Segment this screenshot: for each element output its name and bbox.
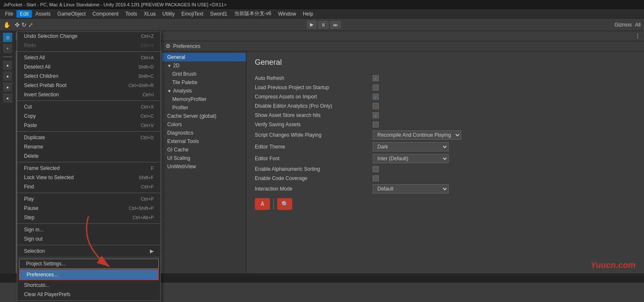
menu-invert-selection[interactable]: Invert Selection Ctrl+I: [17, 90, 160, 99]
menu-step[interactable]: Step Ctrl+Alt+P: [17, 213, 160, 222]
menu-utility[interactable]: Utility: [159, 10, 178, 18]
menu-sign-in[interactable]: Sign in...: [17, 225, 160, 234]
pref-checkbox-auto-refresh[interactable]: [373, 75, 379, 81]
left-icon-3[interactable]: ●: [3, 72, 12, 81]
pref-checkbox-compress-assets[interactable]: [373, 94, 379, 100]
pref-sidebar-memory-profiler[interactable]: MemoryProfiler: [162, 95, 246, 103]
pref-row-interaction-mode: Interaction Mode Default: [255, 183, 636, 195]
menu-preferences[interactable]: Preferences...: [19, 269, 159, 280]
menu-window[interactable]: Window: [275, 10, 299, 18]
pref-sidebar-cache-server[interactable]: Cache Server (global): [162, 112, 246, 120]
pref-icon-buttons-row: Ａ 🔍: [255, 198, 636, 210]
pref-sidebar-profiler[interactable]: Profiler: [162, 103, 246, 112]
pref-checkbox-code-coverage[interactable]: [373, 175, 379, 181]
menu-redo: Redo Ctrl+Y: [17, 41, 160, 50]
menu-component[interactable]: Component: [89, 10, 122, 18]
menu-select-all[interactable]: Select All Ctrl+A: [17, 53, 160, 62]
pref-row-editor-theme: Editor Theme Dark: [255, 141, 636, 153]
pref-dropdown-script-changes[interactable]: Recompile And Continue Playing: [373, 130, 461, 140]
menu-tools[interactable]: Tools: [122, 10, 140, 18]
hierarchy-toggle[interactable]: ☰: [3, 33, 12, 42]
step-button[interactable]: ⏭: [330, 21, 341, 29]
rotate-tool[interactable]: ↻: [21, 21, 27, 28]
pref-sidebar-ui-scaling[interactable]: UI Scaling: [162, 154, 246, 162]
pref-sidebar-tile-palette[interactable]: Tile Palette: [162, 78, 246, 87]
menu-shortcuts[interactable]: Shortcuts...: [17, 281, 160, 290]
pref-sidebar-gi-cache[interactable]: GI Cache: [162, 146, 246, 154]
menu-selection[interactable]: Selection ▶: [17, 246, 160, 256]
pref-label-interaction-mode: Interaction Mode: [255, 186, 373, 192]
menu-paste[interactable]: Paste Ctrl+V: [17, 121, 160, 130]
left-icon-5[interactable]: ●: [3, 93, 12, 103]
pref-dropdown-editor-font[interactable]: Inter (Default): [373, 154, 449, 163]
pref-row-show-store-hits: Show Asset Store search hits: [255, 111, 636, 120]
watermark: Yuucn.com: [591, 260, 636, 270]
menu-assets[interactable]: Assets: [32, 10, 54, 18]
pref-checkbox-show-store-hits[interactable]: [373, 112, 379, 118]
pref-sidebar-general[interactable]: General: [162, 53, 246, 61]
pref-dropdown-editor-theme[interactable]: Dark: [373, 142, 449, 151]
pref-label-editor-theme: Editor Theme: [255, 144, 373, 150]
gizmos-label: Gizmos: [615, 22, 632, 28]
menu-help[interactable]: Help: [299, 10, 317, 18]
menu-delete[interactable]: Delete: [17, 151, 160, 161]
menu-sword1[interactable]: Sword1: [207, 10, 231, 18]
left-icon-4[interactable]: ●: [3, 82, 12, 92]
pref-row-disable-analytics: Disable Editor Analytics (Pro Only): [255, 101, 636, 111]
pref-sidebar-colors[interactable]: Colors: [162, 120, 246, 129]
menu-cut[interactable]: Cut Ctrl+X: [17, 102, 160, 111]
title-bar: JxPocket - Start - PC, Mac & Linux Stand…: [0, 0, 644, 9]
pause-button[interactable]: ⏸: [318, 21, 329, 29]
tab-options-icon[interactable]: ⋮: [631, 31, 644, 41]
play-button[interactable]: ▶: [307, 21, 316, 29]
menu-find[interactable]: Find Ctrl+F: [17, 182, 160, 191]
menu-duplicate[interactable]: Duplicate Ctrl+D: [17, 133, 160, 142]
pref-sidebar-diagnostics[interactable]: Diagnostics: [162, 129, 246, 137]
menu-select-prefab-root[interactable]: Select Prefab Root Ctrl+Shift+R: [17, 81, 160, 90]
pref-checkbox-verify-saving[interactable]: [373, 122, 379, 127]
menu-copy[interactable]: Copy Ctrl+C: [17, 111, 160, 121]
pref-checkbox-alphanumeric-sort[interactable]: [373, 166, 379, 172]
menu-sign-out[interactable]: Sign out: [17, 234, 160, 244]
menu-edit[interactable]: Edit: [16, 10, 32, 18]
menu-clear-playerprefs[interactable]: Clear All PlayerPrefs: [17, 290, 160, 299]
pref-label-load-previous: Load Previous Project on Startup: [255, 85, 373, 90]
menu-pause[interactable]: Pause Ctrl+Shift+P: [17, 204, 160, 213]
pref-sidebar-analysis[interactable]: ▼Analysis: [162, 87, 246, 95]
pref-icon-button-1[interactable]: Ａ: [255, 198, 270, 210]
preferences-titlebar: ⚙ Preferences: [162, 41, 644, 51]
left-icon-2[interactable]: ●: [3, 61, 12, 70]
menu-gameobject[interactable]: GameObject: [54, 10, 89, 18]
menu-select-children[interactable]: Select Children Shift+C: [17, 72, 160, 81]
menu-xlua[interactable]: XLua: [140, 10, 159, 18]
menu-file[interactable]: File: [2, 10, 16, 18]
pref-row-verify-saving: Verify Saving Assets: [255, 120, 636, 129]
menu-deselect-all[interactable]: Deselect All Shift+D: [17, 62, 160, 72]
pref-row-editor-font: Editor Font Inter (Default): [255, 153, 636, 164]
menu-emojitext[interactable]: EmojiText: [178, 10, 207, 18]
pref-label-show-store-hits: Show Asset Store search hits: [255, 112, 373, 118]
pref-dropdown-interaction-mode[interactable]: Default: [373, 184, 449, 193]
menu-play[interactable]: Play Ctrl+P: [17, 194, 160, 204]
pref-sidebar-uniwebview[interactable]: UniWebView: [162, 162, 246, 171]
left-icon-1[interactable]: +: [3, 44, 12, 53]
menu-lock-view[interactable]: Lock View to Selected Shift+F: [17, 173, 160, 182]
menu-rename[interactable]: Rename: [17, 142, 160, 151]
scale-tool[interactable]: ⤢: [28, 21, 33, 28]
pref-label-verify-saving: Verify Saving Assets: [255, 122, 373, 127]
pref-label-alphanumeric-sort: Enable Alphanumeric Sorting: [255, 166, 373, 172]
pref-sidebar-2d[interactable]: ▼2D: [162, 61, 246, 70]
menu-frame-selected[interactable]: Frame Selected F: [17, 164, 160, 173]
title-text: JxPocket - Start - PC, Mac & Linux Stand…: [3, 2, 227, 7]
pref-icon-button-2[interactable]: 🔍: [277, 198, 292, 210]
move-tool[interactable]: ✜: [15, 21, 20, 28]
menu-undo[interactable]: Undo Selection Change Ctrl+Z: [17, 32, 160, 41]
pref-sidebar-external-tools[interactable]: External Tools: [162, 137, 246, 146]
toolbar: ✋ ✜ ↻ ⤢ ▶ ⏸ ⏭ Gizmos All: [0, 19, 644, 31]
pref-checkbox-load-previous[interactable]: [373, 85, 379, 90]
pref-sidebar-grid-brush[interactable]: Grid Brush: [162, 70, 246, 78]
menu-branch[interactable]: 当前版本分支-v6: [231, 9, 275, 18]
pref-checkbox-disable-analytics[interactable]: [373, 103, 379, 109]
hand-icon[interactable]: ✋: [3, 21, 11, 28]
menu-project-settings[interactable]: Project Settings...: [19, 259, 159, 269]
